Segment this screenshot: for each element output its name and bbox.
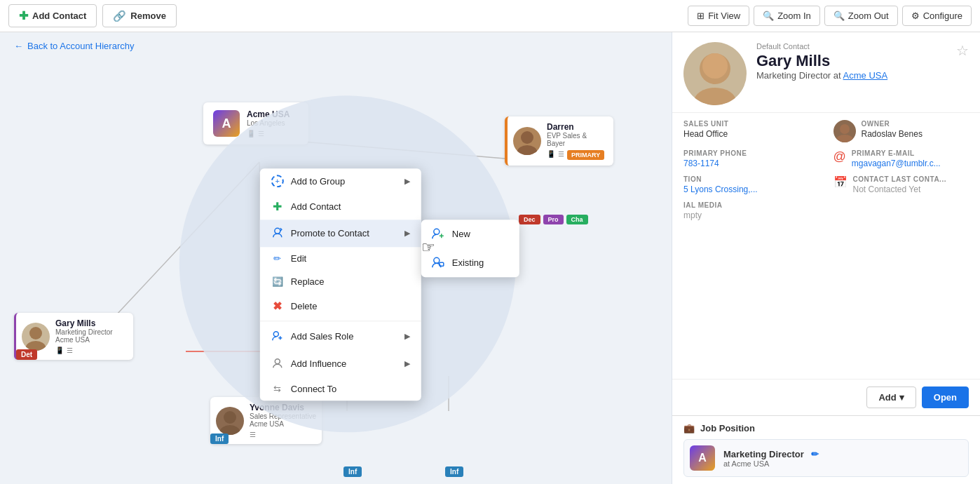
ctx-delete[interactable]: ✖ Delete <box>260 293 421 319</box>
panel-actions: Add ▾ Open <box>672 379 980 415</box>
fit-view-button[interactable]: ⊞ Fit View <box>688 6 749 26</box>
promote-icon <box>271 226 284 241</box>
social-media-field: IAL MEDIA mpty <box>683 201 819 220</box>
svg-point-17 <box>275 359 280 364</box>
new-person-icon <box>431 226 445 242</box>
panel-header: Default Contact Gary Mills Marketing Dir… <box>672 32 980 113</box>
edit-icon: ✏ <box>271 253 284 264</box>
ctx-add-contact[interactable]: ✚ Add Contact <box>260 194 421 220</box>
zoom-out-button[interactable]: 🔍 Zoom Out <box>824 6 898 26</box>
gary-avatar <box>22 323 50 351</box>
darren-role: EVP Sales & <box>547 132 608 140</box>
ctx-add-to-group[interactable]: + Add to Group ▶ <box>260 168 421 194</box>
panel-contact-title: Marketing Director at Acme USA <box>756 70 946 81</box>
zoom-out-icon: 🔍 <box>833 11 845 21</box>
job-title-text: Marketing Director <box>723 449 804 459</box>
contact-last-label: CONTACT LAST CONTA... <box>853 175 946 183</box>
back-link[interactable]: ← Back to Account Hierarchy <box>0 32 672 60</box>
arrow-icon-7: ▶ <box>404 359 410 368</box>
arrow-icon-0: ▶ <box>404 177 410 186</box>
location-field: TION 5 Lyons Crossing,... <box>683 175 819 194</box>
job-section-title: 💼 Job Position <box>683 423 969 433</box>
ctx-replace[interactable]: 🔄 Replace <box>260 270 421 293</box>
phone-field: PRIMARY PHONE 783-1174 <box>683 149 819 168</box>
remove-icon: 🔗 <box>113 10 126 22</box>
owner-avatar <box>833 120 856 142</box>
contact-last-value: Not Contacted Yet <box>853 184 946 194</box>
phone-value[interactable]: 783-1174 <box>683 159 819 168</box>
add-contact-icon: ✚ <box>271 200 284 213</box>
job-company-text: at Acme USA <box>723 459 819 468</box>
remove-button[interactable]: 🔗 Remove <box>102 4 177 27</box>
configure-button[interactable]: ⚙ Configure <box>902 6 972 26</box>
edit-job-icon[interactable]: ✏ <box>811 449 819 459</box>
ctx-add-influence[interactable]: Add Influence ▶ <box>260 350 421 377</box>
toolbar: ✚ Add Contact 🔗 Remove ⊞ Fit View 🔍 Zoom… <box>0 0 980 32</box>
location-label: TION <box>683 175 819 183</box>
panel-body: SALES UNIT Head Office OWNER Radoslav Be… <box>672 113 980 379</box>
darren-badge: PRIMARY <box>567 150 604 160</box>
submenu-new[interactable]: New <box>421 220 519 248</box>
svg-point-6 <box>29 327 42 340</box>
panel-add-button[interactable]: Add ▾ <box>866 386 916 408</box>
svg-point-22 <box>836 135 853 142</box>
job-position-section: 💼 Job Position A Marketing Director ✏ at… <box>672 415 980 484</box>
job-logo: A <box>690 445 715 471</box>
svg-point-9 <box>517 145 537 155</box>
zoom-in-button[interactable]: 🔍 Zoom In <box>754 6 820 26</box>
darren-info: Darren EVP Sales & Bayer 📱 ☰ PRIMARY <box>547 122 608 160</box>
org-canvas[interactable]: ← Back to Account Hierarchy A Acme USA L <box>0 32 672 484</box>
social-media-value: mpty <box>683 210 819 220</box>
job-info: Marketing Director ✏ at Acme USA <box>723 449 819 468</box>
delete-icon: ✖ <box>271 300 284 313</box>
panel-contact-info: Default Contact Gary Mills Marketing Dir… <box>756 42 946 81</box>
gary-node[interactable]: Gary Mills Marketing Director Acme USA 📱… <box>14 313 133 360</box>
darren-icons: 📱 ☰ PRIMARY <box>547 150 608 160</box>
cha-badge-2: Cha <box>566 215 588 224</box>
ctx-connect-to[interactable]: ⇆ Connect To <box>260 377 421 401</box>
inf-badge-bottom-2: Inf <box>445 464 463 477</box>
svg-point-10 <box>224 411 236 424</box>
pro-badge: Pro <box>543 215 564 224</box>
briefcase-icon: 💼 <box>683 423 695 433</box>
submenu-existing[interactable]: Existing <box>421 248 519 277</box>
inf-badge-bottom-1: Inf <box>343 464 362 477</box>
darren-company: Bayer <box>547 140 608 147</box>
phone-label: PRIMARY PHONE <box>683 149 819 157</box>
ctx-edit[interactable]: ✏ Edit <box>260 247 421 270</box>
ctx-promote-to-contact[interactable]: Promote to Contact ▶ <box>260 220 421 247</box>
gear-icon: ⚙ <box>911 11 920 21</box>
email-label: PRIMARY E-MAIL <box>852 149 941 157</box>
yvonne-avatar <box>216 407 244 435</box>
star-button[interactable]: ☆ <box>956 42 969 59</box>
sales-unit-label: SALES UNIT <box>683 120 819 128</box>
darren-name: Darren <box>547 122 608 132</box>
gary-badge: Det <box>16 347 37 360</box>
svg-point-14 <box>434 257 440 263</box>
replace-icon: 🔄 <box>271 276 284 287</box>
list-icon-yvonne: ☰ <box>250 431 256 438</box>
gary-icons: 📱 ☰ <box>55 347 128 354</box>
company-link[interactable]: Acme USA <box>843 70 888 81</box>
context-menu: + Add to Group ▶ ✚ Add Contact <box>260 168 421 401</box>
plus-icon: ✚ <box>19 9 28 22</box>
phone-icon-gary: 📱 <box>55 347 64 354</box>
location-value[interactable]: 5 Lyons Crossing,... <box>683 184 819 194</box>
add-contact-button[interactable]: ✚ Add Contact <box>8 4 97 27</box>
gary-panel-photo <box>683 42 747 105</box>
gary-company: Acme USA <box>55 336 128 344</box>
social-media-label: IAL MEDIA <box>683 201 819 209</box>
add-to-group-icon: + <box>271 175 284 187</box>
job-card[interactable]: A Marketing Director ✏ at Acme USA <box>683 439 969 477</box>
existing-person-icon <box>431 255 445 271</box>
darren-node[interactable]: Darren EVP Sales & Bayer 📱 ☰ PRIMARY <box>505 116 613 166</box>
email-value[interactable]: mgavagan7@tumblr.c... <box>852 159 941 168</box>
fit-view-icon: ⊞ <box>697 11 705 21</box>
ctx-add-sales-role[interactable]: Add Sales Role ▶ <box>260 323 421 350</box>
email-field: @ PRIMARY E-MAIL mgavagan7@tumblr.c... <box>833 149 969 168</box>
svg-point-12 <box>275 228 280 234</box>
panel-open-button[interactable]: Open <box>922 386 969 408</box>
arrow-icon-6: ▶ <box>404 332 410 341</box>
owner-field: OWNER Radoslav Benes <box>833 120 969 142</box>
gary-role: Marketing Director <box>55 328 128 336</box>
